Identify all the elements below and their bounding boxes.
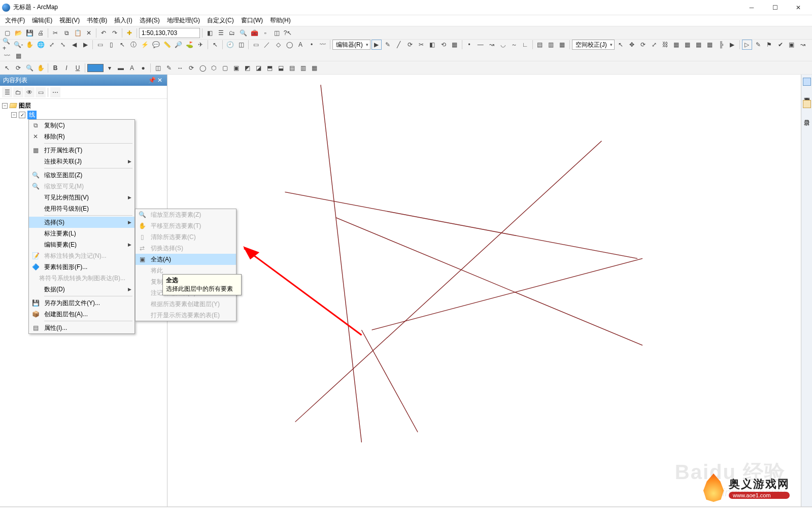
tree-layer-row[interactable]: − ✓ 线 <box>2 110 165 119</box>
rep-toolbar-icon13[interactable]: ▤ <box>287 63 297 73</box>
rep-toolbar-icon8[interactable]: ▣ <box>231 63 241 73</box>
sketch-trace-icon[interactable]: ↝ <box>487 40 497 50</box>
adjust-grid2-icon[interactable]: ▦ <box>683 40 693 50</box>
toc-icon[interactable]: ☰ <box>216 28 226 38</box>
menu-edit[interactable]: 编辑(E) <box>29 15 55 26</box>
adjust-grid4-icon[interactable]: ▦ <box>705 40 715 50</box>
attributes-window-icon[interactable]: ▤ <box>535 40 545 50</box>
ctx-item[interactable]: ▤属性(I)... <box>29 322 134 333</box>
topo-construct-icon[interactable]: ▦ <box>13 51 23 61</box>
rep-toolbar-icon1[interactable]: ◫ <box>153 63 163 73</box>
tree-root-row[interactable]: − 图层 <box>2 101 165 110</box>
menu-view[interactable]: 视图(V) <box>56 15 83 26</box>
topo-trace-icon[interactable]: ↝ <box>798 40 808 50</box>
editor-dropdown[interactable]: 编辑器(R) <box>332 40 370 50</box>
rep-toolbar-icon5[interactable]: ◯ <box>197 63 208 73</box>
adjust-rotate-icon[interactable]: ⟳ <box>638 40 648 50</box>
sketch-point-icon[interactable]: • <box>464 40 475 50</box>
spatial-adjust-dropdown[interactable]: 空间校正(J) <box>572 40 615 50</box>
tree-collapse-icon[interactable]: − <box>11 112 17 118</box>
ctx-item[interactable]: ✕移除(R) <box>29 131 134 142</box>
toc-pin-icon[interactable]: 📌 <box>148 76 156 84</box>
rep-toolbar-icon14[interactable]: ▥ <box>298 63 308 73</box>
catalog-tab-icon[interactable] <box>803 100 811 108</box>
layer-name-selected[interactable]: 线 <box>27 111 37 119</box>
toc-close-icon[interactable]: ✕ <box>156 76 164 84</box>
ctx-item[interactable]: ▣全选(A) <box>136 254 236 265</box>
topo-reshape-icon[interactable]: 〰 <box>2 51 12 61</box>
save-icon[interactable]: 💾 <box>24 28 35 38</box>
menu-bookmarks[interactable]: 书签(B) <box>84 15 110 26</box>
line-color-icon[interactable]: ▬ <box>116 63 126 73</box>
ctx-item[interactable]: 📦创建图层包(A)... <box>29 309 134 320</box>
ctx-item[interactable]: 使用符号级别(E) <box>29 203 134 214</box>
menu-select[interactable]: 选择(S) <box>137 15 163 26</box>
menu-window[interactable]: 窗口(W) <box>238 15 266 26</box>
draw-marker-icon[interactable]: • <box>307 40 317 50</box>
menu-insert[interactable]: 插入(I) <box>111 15 135 26</box>
adjust-scale-icon[interactable]: ⤢ <box>649 40 659 50</box>
toc-options-icon[interactable]: ⋯ <box>50 87 60 97</box>
rep-toolbar-icon10[interactable]: ◪ <box>253 63 263 73</box>
sketch-line-icon[interactable]: — <box>476 40 486 50</box>
adjust-edge-icon[interactable]: ╠ <box>716 40 726 50</box>
ctx-item[interactable]: ⧉复制(C) <box>29 120 134 131</box>
new-icon[interactable]: ▢ <box>2 28 12 38</box>
rep-toolbar-icon7[interactable]: ▢ <box>220 63 230 73</box>
draw-curve-icon[interactable]: 〰 <box>318 40 328 50</box>
create-features-tab-icon[interactable] <box>803 78 811 86</box>
topo-flag-icon[interactable]: ⚑ <box>764 40 774 50</box>
draw-rotate-icon[interactable]: ⟳ <box>13 63 23 73</box>
pan-icon[interactable]: ✋ <box>24 40 35 50</box>
ctx-item[interactable]: 可见比例范围(V)▶ <box>29 192 134 203</box>
open-icon[interactable]: 📂 <box>13 28 23 38</box>
sketch-arc-icon[interactable]: ◡ <box>498 40 508 50</box>
toc-list-by-selection-icon[interactable]: ▭ <box>36 87 46 97</box>
rep-toolbar-icon3[interactable]: ↔ <box>175 63 185 73</box>
add-data-icon[interactable]: ✚ <box>124 28 134 38</box>
menu-customize[interactable]: 自定义(C) <box>204 15 237 26</box>
topo-select-icon[interactable]: ▷ <box>742 40 752 50</box>
toc-list-by-drawing-icon[interactable]: ☰ <box>2 87 12 97</box>
topo-validate-icon[interactable]: ✔ <box>775 40 786 50</box>
ctx-item[interactable]: 选择(S)▶ <box>29 217 134 228</box>
fixed-zoom-out-icon[interactable]: ⤡ <box>58 40 68 50</box>
edit-split-icon[interactable]: ╱ <box>394 40 404 50</box>
create-features-icon[interactable]: ▦ <box>557 40 567 50</box>
select-features-icon[interactable]: ▭ <box>95 40 105 50</box>
redo-icon[interactable]: ↷ <box>110 28 120 38</box>
fill-color-dropdown-icon[interactable]: ▾ <box>105 63 115 73</box>
adjust-preview-icon[interactable]: ▶ <box>727 40 737 50</box>
tree-collapse-icon[interactable]: − <box>2 103 8 109</box>
prev-extent-icon[interactable]: ◀ <box>69 40 79 50</box>
adjust-grid1-icon[interactable]: ▦ <box>671 40 682 50</box>
catalog-icon[interactable]: 🗂 <box>227 28 237 38</box>
paste-icon[interactable]: 📋 <box>73 28 83 38</box>
create-viewer-icon[interactable]: ◫ <box>236 40 246 50</box>
toc-list-by-source-icon[interactable]: 🗀 <box>13 87 23 97</box>
next-extent-icon[interactable]: ▶ <box>80 40 90 50</box>
draw-select-icon[interactable]: ↖ <box>2 63 12 73</box>
draw-line-icon[interactable]: ／ <box>262 40 272 50</box>
draw-zoom-icon[interactable]: 🔍 <box>24 63 35 73</box>
sketch-rightangle-icon[interactable]: ∟ <box>520 40 530 50</box>
rep-toolbar-icon4[interactable]: ⟳ <box>186 63 196 73</box>
editor-toolbar-icon[interactable]: ◧ <box>205 28 215 38</box>
ctx-item[interactable]: 💾另存为图层文件(Y)... <box>29 297 134 309</box>
search-icon[interactable]: 🔍 <box>238 28 248 38</box>
html-popup-icon[interactable]: 💬 <box>151 40 161 50</box>
identify-icon[interactable]: ⓘ <box>128 40 139 50</box>
menu-geoprocessing[interactable]: 地理处理(G) <box>164 15 203 26</box>
minimize-button[interactable]: ─ <box>740 0 763 15</box>
draw-rect-icon[interactable]: ▭ <box>251 40 261 50</box>
pointer-icon[interactable]: ↖ <box>210 40 220 50</box>
fill-color-swatch[interactable] <box>87 64 104 72</box>
draw-pan-icon[interactable]: ✋ <box>36 63 46 73</box>
toc-list-by-visibility-icon[interactable]: 👁 <box>24 87 35 97</box>
ctx-item[interactable]: 连接和关联(J)▶ <box>29 156 134 167</box>
hyperlink-icon[interactable]: ⚡ <box>140 40 150 50</box>
find-icon[interactable]: 🔎 <box>173 40 183 50</box>
copy-icon[interactable]: ⧉ <box>61 28 72 38</box>
ctx-item[interactable]: 标注要素(L) <box>29 228 134 239</box>
delete-icon[interactable]: ✕ <box>84 28 94 38</box>
